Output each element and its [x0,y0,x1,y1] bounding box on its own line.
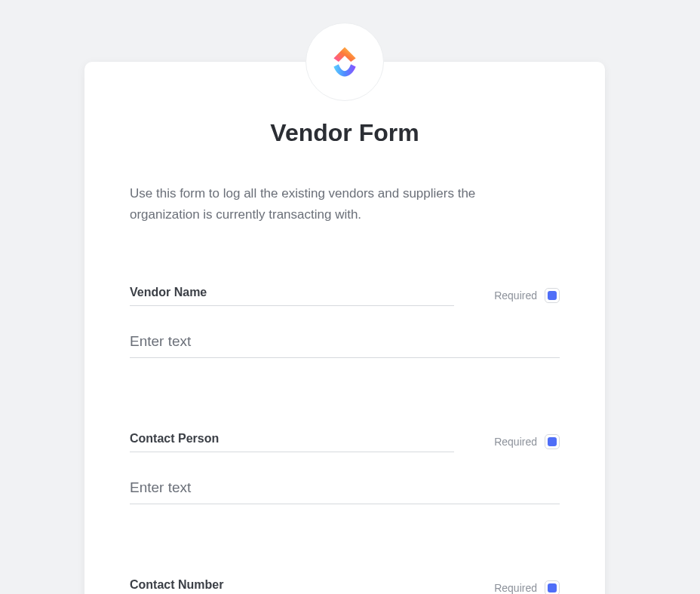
field-label: Vendor Name [130,286,207,299]
required-toggle-checked-icon [548,583,557,592]
field-label: Contact Person [130,432,219,445]
required-label: Required [494,289,537,302]
required-toggle[interactable] [545,434,560,449]
required-label: Required [494,582,537,594]
clickup-logo-icon [325,42,364,81]
vendor-name-input[interactable] [130,329,560,358]
form-description: Use this form to log all the existing ve… [130,183,522,225]
field-header: Vendor Name Required [130,286,560,306]
logo-container [305,23,384,101]
field-contact-number: Contact Number Required [130,578,560,594]
field-header: Contact Number Required [130,578,560,594]
form-title: Vendor Form [130,119,560,147]
field-label-wrap[interactable]: Contact Number [130,578,454,594]
contact-person-input[interactable] [130,475,560,504]
required-indicator: Required [494,580,560,594]
required-toggle[interactable] [545,288,560,303]
field-vendor-name: Vendor Name Required [130,286,560,358]
field-label: Contact Number [130,578,223,591]
required-indicator: Required [494,288,560,306]
form-card: Vendor Form Use this form to log all the… [84,62,605,594]
required-indicator: Required [494,434,560,452]
field-header: Contact Person Required [130,432,560,452]
required-toggle-checked-icon [548,291,557,300]
required-toggle[interactable] [545,580,560,594]
field-label-wrap[interactable]: Vendor Name [130,286,454,306]
field-label-wrap[interactable]: Contact Person [130,432,454,452]
field-contact-person: Contact Person Required [130,432,560,504]
required-toggle-checked-icon [548,437,557,446]
required-label: Required [494,436,537,448]
form-content: Vendor Form Use this form to log all the… [84,62,605,594]
